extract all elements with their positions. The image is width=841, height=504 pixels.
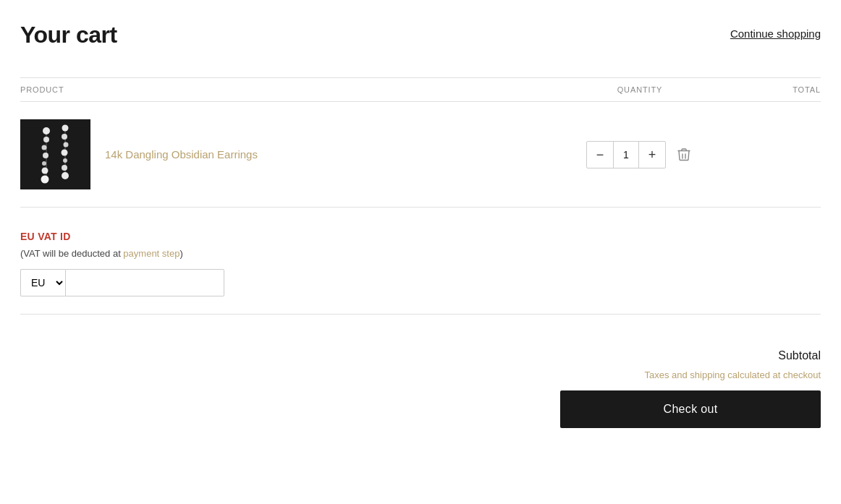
- vat-input-row: EU AT BE BG CY CZ DE DK EE ES FI FR GR H…: [20, 269, 821, 296]
- total-column-header: TOTAL: [712, 85, 821, 94]
- subtotal-label: Subtotal: [778, 349, 821, 362]
- vat-section: EU VAT ID (VAT will be deducted at payme…: [20, 208, 821, 315]
- svg-point-9: [63, 142, 68, 147]
- payment-step-link[interactable]: payment step: [123, 248, 179, 259]
- delete-item-button[interactable]: [675, 145, 693, 165]
- quantity-cell: − 1 +: [567, 141, 712, 168]
- header-row: Your cart Continue shopping: [20, 22, 821, 48]
- svg-point-4: [42, 161, 46, 166]
- page-container: Your cart Continue shopping PRODUCT QUAN…: [0, 0, 841, 471]
- checkout-button[interactable]: Check out: [560, 390, 821, 428]
- vat-title: EU VAT ID: [20, 231, 821, 242]
- quantity-control: − 1 +: [586, 141, 666, 168]
- svg-point-3: [43, 153, 48, 158]
- product-column-header: PRODUCT: [20, 85, 567, 94]
- svg-point-8: [62, 134, 67, 140]
- decrease-quantity-button[interactable]: −: [587, 142, 613, 168]
- svg-point-10: [61, 149, 67, 155]
- svg-point-12: [62, 165, 67, 171]
- page-title: Your cart: [20, 22, 117, 48]
- product-image: [20, 119, 90, 189]
- svg-point-2: [41, 145, 46, 150]
- product-image-svg: [30, 122, 81, 187]
- quantity-value: 1: [613, 142, 639, 168]
- quantity-column-header: QUANTITY: [567, 85, 712, 94]
- product-name-link[interactable]: 14k Dangling Obsidian Earrings: [105, 148, 258, 161]
- cart-item-row: 14k Dangling Obsidian Earrings − 1 +: [20, 102, 821, 208]
- increase-quantity-button[interactable]: +: [639, 142, 665, 168]
- taxes-note: Taxes and shipping calculated at checkou…: [644, 370, 821, 380]
- continue-shopping-link[interactable]: Continue shopping: [730, 27, 821, 40]
- vat-id-input[interactable]: [65, 269, 224, 296]
- svg-point-5: [41, 167, 48, 174]
- vat-note: (VAT will be deducted at payment step): [20, 248, 821, 259]
- vat-country-select[interactable]: EU AT BE BG CY CZ DE DK EE ES FI FR GR H…: [20, 269, 65, 296]
- checkout-section: Subtotal Taxes and shipping calculated a…: [20, 315, 821, 428]
- product-cell: 14k Dangling Obsidian Earrings: [20, 119, 567, 189]
- table-header: PRODUCT QUANTITY TOTAL: [20, 77, 821, 102]
- svg-point-6: [41, 175, 48, 183]
- trash-icon: [677, 148, 690, 162]
